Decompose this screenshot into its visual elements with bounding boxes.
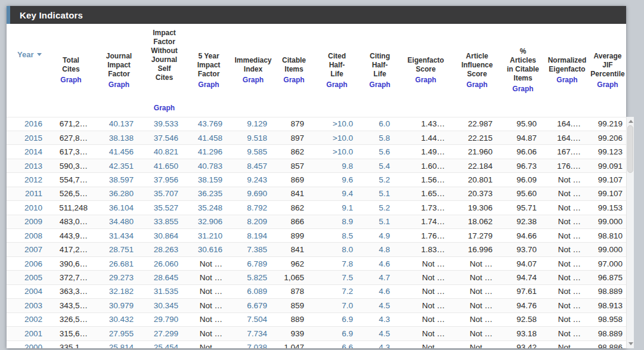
immediacy-index-cell[interactable]: 5.825 xyxy=(231,271,275,284)
impact-factor-without-journal-self-cites-cell[interactable]: 35.527 xyxy=(142,201,187,215)
five-year-impact-factor-cell[interactable]: 35.248 xyxy=(187,201,231,215)
five-year-impact-factor-cell[interactable]: 31.210 xyxy=(187,229,231,243)
citing-half-life-cell[interactable]: 5.6 xyxy=(361,145,398,159)
graph-link-eigenfactor-score[interactable]: Graph xyxy=(400,76,452,84)
citing-half-life-cell[interactable]: 4.9 xyxy=(361,229,398,243)
impact-factor-without-journal-self-cites-cell[interactable]: 40.821 xyxy=(142,145,187,159)
year-cell[interactable]: 2013 xyxy=(7,159,46,172)
impact-factor-without-journal-self-cites-cell[interactable]: 28.645 xyxy=(142,271,187,284)
impact-factor-without-journal-self-cites-cell[interactable]: 35.707 xyxy=(142,187,187,200)
graph-link-impact-factor-without-journal-self-cites[interactable]: Graph xyxy=(143,104,185,112)
journal-impact-factor-cell[interactable]: 38.597 xyxy=(96,173,142,187)
citing-half-life-cell[interactable]: 5.1 xyxy=(361,187,398,200)
immediacy-index-cell[interactable]: 7.385 xyxy=(231,243,275,256)
year-cell[interactable]: 2009 xyxy=(7,215,46,228)
journal-impact-factor-cell[interactable]: 30.979 xyxy=(96,299,142,312)
year-cell[interactable]: 2011 xyxy=(7,187,46,200)
cited-half-life-cell[interactable]: 6.6 xyxy=(312,340,361,348)
citing-half-life-cell[interactable]: 5.1 xyxy=(361,215,398,228)
year-cell[interactable]: 2006 xyxy=(7,256,46,270)
impact-factor-without-journal-self-cites-cell[interactable]: 33.855 xyxy=(142,215,187,228)
year-cell[interactable]: 2014 xyxy=(7,145,46,159)
five-year-impact-factor-cell[interactable]: 40.783 xyxy=(187,159,231,172)
immediacy-index-cell[interactable]: 7.734 xyxy=(231,327,275,340)
year-cell[interactable]: 2015 xyxy=(7,131,46,144)
immediacy-index-cell[interactable]: 9.129 xyxy=(231,117,275,131)
cited-half-life-cell[interactable]: >10.0 xyxy=(312,117,361,131)
immediacy-index-cell[interactable]: 7.038 xyxy=(231,340,275,348)
graph-link-citing-half-life[interactable]: Graph xyxy=(363,80,397,89)
citing-half-life-cell[interactable]: 5.8 xyxy=(361,131,398,144)
five-year-impact-factor-cell[interactable]: 43.769 xyxy=(187,117,231,131)
journal-impact-factor-cell[interactable]: 25.814 xyxy=(96,340,142,348)
journal-impact-factor-cell[interactable]: 42.351 xyxy=(96,159,142,172)
five-year-impact-factor-cell[interactable]: 36.235 xyxy=(187,187,231,200)
immediacy-index-cell[interactable]: 6.679 xyxy=(231,299,275,312)
cited-half-life-cell[interactable]: 8.0 xyxy=(312,243,361,256)
journal-impact-factor-cell[interactable]: 40.137 xyxy=(96,117,142,131)
graph-link-total-cites[interactable]: Graph xyxy=(47,76,95,84)
col-header-year[interactable]: Year xyxy=(7,24,46,117)
graph-link-cited-half-life[interactable]: Graph xyxy=(314,80,360,89)
five-year-impact-factor-cell[interactable]: 32.906 xyxy=(187,215,231,228)
year-cell[interactable]: 2004 xyxy=(7,284,46,298)
citing-half-life-cell[interactable]: 4.3 xyxy=(361,340,398,348)
citing-half-life-cell[interactable]: 4.5 xyxy=(361,327,398,340)
cited-half-life-cell[interactable]: 8.9 xyxy=(312,215,361,228)
year-cell[interactable]: 2007 xyxy=(7,243,46,256)
journal-impact-factor-cell[interactable]: 27.955 xyxy=(96,327,142,340)
impact-factor-without-journal-self-cites-cell[interactable]: 25.454 xyxy=(142,340,187,348)
impact-factor-without-journal-self-cites-cell[interactable]: 27.299 xyxy=(142,327,187,340)
immediacy-index-cell[interactable]: 8.209 xyxy=(231,215,275,228)
journal-impact-factor-cell[interactable]: 36.104 xyxy=(96,201,142,215)
journal-impact-factor-cell[interactable]: 28.751 xyxy=(96,243,142,256)
citing-half-life-cell[interactable]: 6.0 xyxy=(361,117,398,131)
citing-half-life-cell[interactable]: 5.4 xyxy=(361,159,398,172)
immediacy-index-cell[interactable]: 9.243 xyxy=(231,173,275,187)
cited-half-life-cell[interactable]: >10.0 xyxy=(312,131,361,144)
year-cell[interactable]: 2002 xyxy=(7,312,46,326)
cited-half-life-cell[interactable]: 9.1 xyxy=(312,201,361,215)
year-cell[interactable]: 2008 xyxy=(7,229,46,243)
citing-half-life-cell[interactable]: 4.3 xyxy=(361,312,398,326)
impact-factor-without-journal-self-cites-cell[interactable]: 37.956 xyxy=(142,173,187,187)
cited-half-life-cell[interactable]: 6.9 xyxy=(312,327,361,340)
vertical-scrollbar[interactable] xyxy=(626,117,634,348)
year-cell[interactable]: 2012 xyxy=(7,173,46,187)
graph-link-article-influence-score[interactable]: Graph xyxy=(454,80,500,89)
year-cell[interactable]: 2010 xyxy=(7,201,46,215)
cited-half-life-cell[interactable]: 9.8 xyxy=(312,159,361,172)
immediacy-index-cell[interactable]: 8.457 xyxy=(231,159,275,172)
journal-impact-factor-cell[interactable]: 31.434 xyxy=(96,229,142,243)
journal-impact-factor-cell[interactable]: 32.182 xyxy=(96,284,142,298)
cited-half-life-cell[interactable]: 9.6 xyxy=(312,173,361,187)
journal-impact-factor-cell[interactable]: 38.138 xyxy=(96,131,142,144)
cited-half-life-cell[interactable]: 9.4 xyxy=(312,187,361,200)
impact-factor-without-journal-self-cites-cell[interactable]: 26.060 xyxy=(142,256,187,270)
immediacy-index-cell[interactable]: 8.792 xyxy=(231,201,275,215)
impact-factor-without-journal-self-cites-cell[interactable]: 28.263 xyxy=(142,243,187,256)
impact-factor-without-journal-self-cites-cell[interactable]: 30.864 xyxy=(142,229,187,243)
impact-factor-without-journal-self-cites-cell[interactable]: 37.546 xyxy=(142,131,187,144)
cited-half-life-cell[interactable]: 6.9 xyxy=(312,312,361,326)
citing-half-life-cell[interactable]: 4.5 xyxy=(361,299,398,312)
graph-link-pct-articles-in-citable-items[interactable]: Graph xyxy=(502,85,544,93)
year-cell[interactable]: 2003 xyxy=(7,299,46,312)
citing-half-life-cell[interactable]: 4.7 xyxy=(361,271,398,284)
five-year-impact-factor-cell[interactable]: 41.296 xyxy=(187,145,231,159)
citing-half-life-cell[interactable]: 5.2 xyxy=(361,173,398,187)
graph-link-journal-impact-factor[interactable]: Graph xyxy=(97,80,141,89)
year-cell[interactable]: 2005 xyxy=(7,271,46,284)
graph-link-average-jif-percentile[interactable]: Graph xyxy=(590,80,625,89)
sort-descending-icon[interactable] xyxy=(37,53,42,56)
impact-factor-without-journal-self-cites-cell[interactable]: 31.535 xyxy=(142,284,187,298)
impact-factor-without-journal-self-cites-cell[interactable]: 41.650 xyxy=(142,159,187,172)
journal-impact-factor-cell[interactable]: 30.432 xyxy=(96,312,142,326)
cited-half-life-cell[interactable]: 8.5 xyxy=(312,229,361,243)
immediacy-index-cell[interactable]: 7.504 xyxy=(231,312,275,326)
impact-factor-without-journal-self-cites-cell[interactable]: 30.345 xyxy=(142,299,187,312)
cited-half-life-cell[interactable]: 7.5 xyxy=(312,271,361,284)
scroll-up-icon[interactable] xyxy=(628,120,633,123)
journal-impact-factor-cell[interactable]: 26.681 xyxy=(96,256,142,270)
cited-half-life-cell[interactable]: >10.0 xyxy=(312,145,361,159)
